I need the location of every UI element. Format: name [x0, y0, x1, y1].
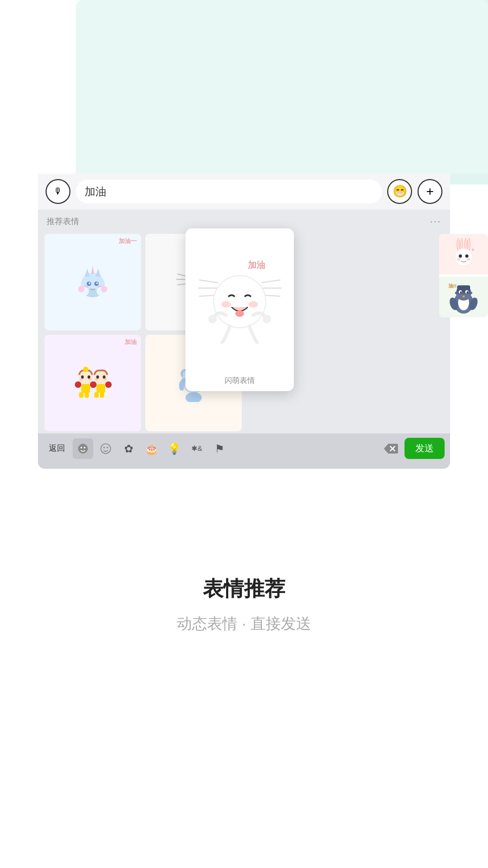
popup-sticker-display: 加油 — [190, 235, 290, 374]
svg-point-57 — [185, 392, 202, 402]
svg-point-27 — [88, 378, 92, 380]
feature-subtitle: 动态表情 · 直接发送 — [177, 614, 311, 634]
svg-point-98 — [104, 446, 105, 448]
bulb-tab-icon[interactable]: 💡 — [164, 438, 184, 459]
svg-rect-29 — [79, 392, 84, 398]
svg-point-8 — [96, 282, 98, 284]
svg-point-78 — [457, 258, 461, 260]
delete-button[interactable] — [378, 438, 402, 459]
svg-point-96 — [84, 446, 86, 448]
svg-line-58 — [199, 280, 218, 283]
svg-text:加油: 加油 — [247, 260, 265, 270]
svg-point-31 — [75, 381, 81, 388]
svg-point-76 — [459, 254, 462, 258]
sticker-popup[interactable]: 加油 — [185, 228, 294, 391]
svg-marker-2 — [85, 269, 90, 277]
svg-point-7 — [88, 282, 90, 284]
svg-point-67 — [221, 301, 231, 308]
chat-area — [76, 0, 488, 174]
sticker-image-5 — [54, 344, 131, 422]
sticker-label-5: 加油 — [125, 338, 137, 346]
flower-tab-icon[interactable]: ✿ — [118, 438, 139, 459]
message-input[interactable] — [76, 180, 382, 203]
svg-point-99 — [107, 446, 108, 448]
svg-point-73 — [459, 239, 461, 250]
sticker-item-5[interactable]: 加油 — [44, 335, 141, 431]
flag-tab-icon[interactable]: ⚑ — [209, 438, 230, 459]
plus-button[interactable]: + — [418, 179, 442, 204]
svg-point-74 — [466, 239, 469, 250]
svg-point-68 — [248, 301, 258, 308]
voice-icon: 🎙 — [54, 187, 62, 196]
svg-point-69 — [209, 315, 216, 323]
bottom-section: 表情推荐 动态表情 · 直接发送 — [0, 542, 488, 634]
svg-point-88 — [460, 291, 462, 293]
special-tab-icon[interactable]: ✱& — [187, 438, 207, 459]
emoji-tab-icon[interactable] — [73, 438, 93, 459]
svg-point-38 — [104, 378, 107, 380]
sticker-overflow-right: ✦ — [439, 234, 488, 317]
svg-point-94 — [78, 444, 88, 454]
svg-point-97 — [101, 444, 111, 454]
svg-point-89 — [467, 291, 468, 293]
svg-rect-28 — [81, 384, 90, 393]
svg-point-70 — [263, 315, 271, 323]
svg-text:油!!: 油!! — [448, 283, 457, 289]
svg-point-26 — [80, 378, 83, 380]
svg-point-37 — [95, 378, 98, 380]
sticker-more-button[interactable]: ··· — [430, 216, 441, 227]
sticker-item-1[interactable]: 加油一 — [44, 234, 141, 330]
svg-point-77 — [465, 254, 468, 258]
svg-line-61 — [261, 280, 280, 283]
back-button[interactable]: 返回 — [43, 440, 70, 457]
svg-point-66 — [235, 310, 244, 317]
feature-title: 表情推荐 — [203, 575, 285, 603]
emoji-button[interactable]: 😁 — [387, 179, 412, 204]
cake-tab-icon[interactable]: 🎂 — [141, 438, 162, 459]
svg-rect-39 — [97, 384, 105, 393]
keyboard-container: 🎙 😁 + 推荐表情 ··· 加油一 — [38, 174, 450, 469]
emoji-icon: 😁 — [393, 184, 407, 199]
sticker-image-1 — [54, 244, 131, 321]
svg-point-33 — [83, 367, 88, 372]
popup-label: 闪萌表情 — [224, 374, 255, 386]
sticker-panel-title: 推荐表情 — [47, 216, 79, 227]
keyboard-toolbar: 返回 ✿ 🎂 💡 ✱& ⚑ — [38, 433, 450, 463]
sticker-label-1: 加油一 — [119, 237, 137, 245]
svg-rect-41 — [100, 392, 104, 398]
svg-point-75 — [455, 248, 472, 266]
svg-rect-40 — [94, 392, 99, 398]
input-bar: 🎙 😁 + — [38, 174, 450, 209]
svg-point-65 — [214, 276, 266, 328]
svg-text:✦: ✦ — [471, 247, 475, 253]
sticker-panel: 推荐表情 ··· 加油一 — [38, 209, 450, 433]
voice-button[interactable]: 🎙 — [46, 179, 70, 204]
svg-marker-3 — [95, 269, 101, 277]
svg-rect-30 — [85, 392, 89, 398]
svg-point-42 — [90, 381, 97, 388]
svg-point-14 — [101, 286, 107, 292]
smiley-tab-icon[interactable] — [95, 438, 116, 459]
send-button[interactable]: 发送 — [404, 438, 445, 459]
svg-point-79 — [467, 258, 471, 260]
svg-rect-85 — [455, 292, 472, 294]
svg-point-43 — [105, 381, 112, 388]
plus-icon: + — [426, 184, 434, 199]
svg-point-13 — [78, 286, 85, 292]
svg-point-95 — [81, 446, 82, 448]
svg-marker-4 — [91, 266, 94, 274]
